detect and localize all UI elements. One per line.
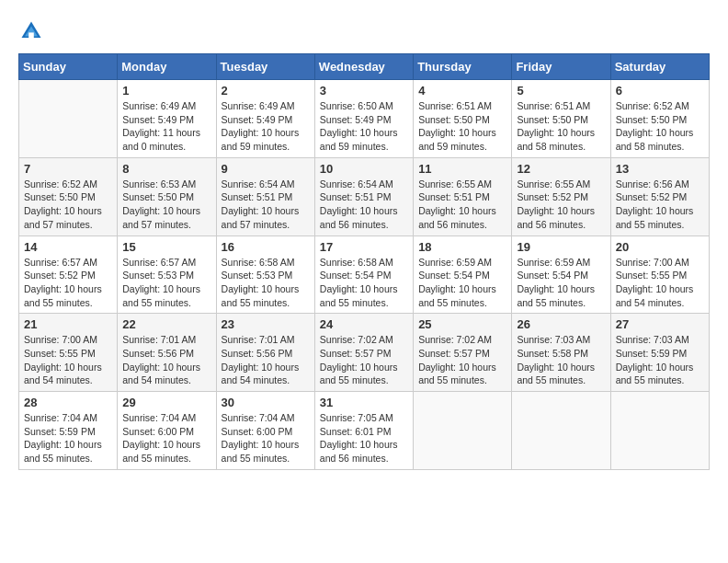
col-header-saturday: Saturday <box>610 54 709 80</box>
calendar-cell: 25Sunrise: 7:02 AM Sunset: 5:57 PM Dayli… <box>414 314 512 392</box>
day-info: Sunrise: 6:54 AM Sunset: 5:51 PM Dayligh… <box>320 178 408 232</box>
calendar-cell: 23Sunrise: 7:01 AM Sunset: 5:56 PM Dayli… <box>216 314 314 392</box>
week-row-2: 7Sunrise: 6:52 AM Sunset: 5:50 PM Daylig… <box>19 157 710 236</box>
calendar-cell: 2Sunrise: 6:49 AM Sunset: 5:49 PM Daylig… <box>216 80 314 158</box>
day-info: Sunrise: 7:03 AM Sunset: 5:59 PM Dayligh… <box>616 333 704 387</box>
day-number: 2 <box>222 84 310 98</box>
day-info: Sunrise: 6:51 AM Sunset: 5:50 PM Dayligh… <box>418 99 506 154</box>
day-info: Sunrise: 6:49 AM Sunset: 5:49 PM Dayligh… <box>122 99 210 154</box>
calendar-cell: 27Sunrise: 7:03 AM Sunset: 5:59 PM Dayli… <box>610 314 709 392</box>
day-number: 29 <box>122 396 210 409</box>
calendar-cell <box>512 392 610 470</box>
col-header-tuesday: Tuesday <box>216 54 314 80</box>
day-number: 15 <box>122 240 210 254</box>
day-info: Sunrise: 6:49 AM Sunset: 5:49 PM Dayligh… <box>222 99 310 154</box>
calendar-cell: 16Sunrise: 6:58 AM Sunset: 5:53 PM Dayli… <box>216 236 314 314</box>
day-info: Sunrise: 6:58 AM Sunset: 5:53 PM Dayligh… <box>222 256 310 310</box>
day-info: Sunrise: 7:03 AM Sunset: 5:58 PM Dayligh… <box>517 333 605 387</box>
day-info: Sunrise: 6:53 AM Sunset: 5:50 PM Dayligh… <box>122 178 210 232</box>
day-info: Sunrise: 7:02 AM Sunset: 5:57 PM Dayligh… <box>320 333 408 387</box>
calendar-cell <box>19 80 118 158</box>
calendar-cell: 10Sunrise: 6:54 AM Sunset: 5:51 PM Dayli… <box>314 157 413 236</box>
day-number: 20 <box>616 240 704 254</box>
day-number: 12 <box>517 162 605 176</box>
day-number: 3 <box>320 84 408 98</box>
day-number: 7 <box>24 162 112 176</box>
day-info: Sunrise: 7:04 AM Sunset: 6:00 PM Dayligh… <box>122 411 210 465</box>
day-number: 26 <box>517 317 605 331</box>
day-info: Sunrise: 7:02 AM Sunset: 5:57 PM Dayligh… <box>418 333 506 387</box>
col-header-friday: Friday <box>512 54 610 80</box>
calendar-cell: 7Sunrise: 6:52 AM Sunset: 5:50 PM Daylig… <box>19 157 118 236</box>
day-number: 6 <box>616 84 704 98</box>
calendar-cell: 19Sunrise: 6:59 AM Sunset: 5:54 PM Dayli… <box>512 236 610 314</box>
day-info: Sunrise: 6:57 AM Sunset: 5:53 PM Dayligh… <box>122 256 210 310</box>
day-number: 24 <box>320 317 408 331</box>
calendar-cell: 26Sunrise: 7:03 AM Sunset: 5:58 PM Dayli… <box>512 314 610 392</box>
day-number: 1 <box>122 84 210 98</box>
day-info: Sunrise: 6:59 AM Sunset: 5:54 PM Dayligh… <box>517 256 605 310</box>
calendar-cell: 4Sunrise: 6:51 AM Sunset: 5:50 PM Daylig… <box>414 80 512 158</box>
day-info: Sunrise: 7:04 AM Sunset: 5:59 PM Dayligh… <box>24 411 112 465</box>
calendar-cell: 9Sunrise: 6:54 AM Sunset: 5:51 PM Daylig… <box>216 157 314 236</box>
day-number: 10 <box>320 162 408 176</box>
day-number: 16 <box>222 240 310 254</box>
calendar-cell: 21Sunrise: 7:00 AM Sunset: 5:55 PM Dayli… <box>19 314 118 392</box>
day-number: 25 <box>418 317 506 331</box>
week-row-4: 21Sunrise: 7:00 AM Sunset: 5:55 PM Dayli… <box>19 314 710 392</box>
week-row-1: 1Sunrise: 6:49 AM Sunset: 5:49 PM Daylig… <box>19 80 710 158</box>
calendar-cell: 29Sunrise: 7:04 AM Sunset: 6:00 PM Dayli… <box>118 392 216 470</box>
svg-rect-2 <box>28 32 34 38</box>
day-info: Sunrise: 6:56 AM Sunset: 5:52 PM Dayligh… <box>616 178 704 232</box>
calendar-header-row: SundayMondayTuesdayWednesdayThursdayFrid… <box>19 54 710 80</box>
day-number: 27 <box>616 317 704 331</box>
calendar-cell: 24Sunrise: 7:02 AM Sunset: 5:57 PM Dayli… <box>314 314 413 392</box>
day-info: Sunrise: 6:51 AM Sunset: 5:50 PM Dayligh… <box>517 99 605 154</box>
day-info: Sunrise: 6:57 AM Sunset: 5:52 PM Dayligh… <box>24 256 112 310</box>
day-number: 14 <box>24 240 112 254</box>
day-info: Sunrise: 7:00 AM Sunset: 5:55 PM Dayligh… <box>24 333 112 387</box>
day-number: 21 <box>24 317 112 331</box>
calendar-cell: 15Sunrise: 6:57 AM Sunset: 5:53 PM Dayli… <box>118 236 216 314</box>
day-number: 17 <box>320 240 408 254</box>
calendar-cell: 22Sunrise: 7:01 AM Sunset: 5:56 PM Dayli… <box>118 314 216 392</box>
day-number: 4 <box>418 84 506 98</box>
page-header <box>18 18 710 44</box>
day-number: 23 <box>222 317 310 331</box>
day-number: 19 <box>517 240 605 254</box>
day-info: Sunrise: 7:04 AM Sunset: 6:00 PM Dayligh… <box>222 411 310 465</box>
calendar-cell: 17Sunrise: 6:58 AM Sunset: 5:54 PM Dayli… <box>314 236 413 314</box>
week-row-5: 28Sunrise: 7:04 AM Sunset: 5:59 PM Dayli… <box>19 392 710 470</box>
day-number: 22 <box>122 317 210 331</box>
day-info: Sunrise: 6:54 AM Sunset: 5:51 PM Dayligh… <box>222 178 310 232</box>
calendar-cell: 13Sunrise: 6:56 AM Sunset: 5:52 PM Dayli… <box>610 157 709 236</box>
logo <box>18 18 46 44</box>
day-info: Sunrise: 6:58 AM Sunset: 5:54 PM Dayligh… <box>320 256 408 310</box>
week-row-3: 14Sunrise: 6:57 AM Sunset: 5:52 PM Dayli… <box>19 236 710 314</box>
calendar-cell: 14Sunrise: 6:57 AM Sunset: 5:52 PM Dayli… <box>19 236 118 314</box>
day-number: 8 <box>122 162 210 176</box>
calendar-cell: 12Sunrise: 6:55 AM Sunset: 5:52 PM Dayli… <box>512 157 610 236</box>
calendar-cell <box>610 392 709 470</box>
logo-icon <box>18 18 44 44</box>
day-info: Sunrise: 6:52 AM Sunset: 5:50 PM Dayligh… <box>24 178 112 232</box>
day-number: 18 <box>418 240 506 254</box>
day-info: Sunrise: 6:59 AM Sunset: 5:54 PM Dayligh… <box>418 256 506 310</box>
col-header-wednesday: Wednesday <box>314 54 413 80</box>
day-number: 9 <box>222 162 310 176</box>
day-number: 5 <box>517 84 605 98</box>
col-header-monday: Monday <box>118 54 216 80</box>
day-info: Sunrise: 6:50 AM Sunset: 5:49 PM Dayligh… <box>320 99 408 154</box>
calendar-cell: 11Sunrise: 6:55 AM Sunset: 5:51 PM Dayli… <box>414 157 512 236</box>
calendar-cell: 5Sunrise: 6:51 AM Sunset: 5:50 PM Daylig… <box>512 80 610 158</box>
calendar-cell: 6Sunrise: 6:52 AM Sunset: 5:50 PM Daylig… <box>610 80 709 158</box>
col-header-sunday: Sunday <box>19 54 118 80</box>
calendar-cell <box>414 392 512 470</box>
day-info: Sunrise: 6:55 AM Sunset: 5:52 PM Dayligh… <box>517 178 605 232</box>
day-info: Sunrise: 7:01 AM Sunset: 5:56 PM Dayligh… <box>222 333 310 387</box>
day-number: 30 <box>222 396 310 409</box>
calendar-cell: 28Sunrise: 7:04 AM Sunset: 5:59 PM Dayli… <box>19 392 118 470</box>
calendar-cell: 18Sunrise: 6:59 AM Sunset: 5:54 PM Dayli… <box>414 236 512 314</box>
day-info: Sunrise: 6:55 AM Sunset: 5:51 PM Dayligh… <box>418 178 506 232</box>
calendar-cell: 1Sunrise: 6:49 AM Sunset: 5:49 PM Daylig… <box>118 80 216 158</box>
